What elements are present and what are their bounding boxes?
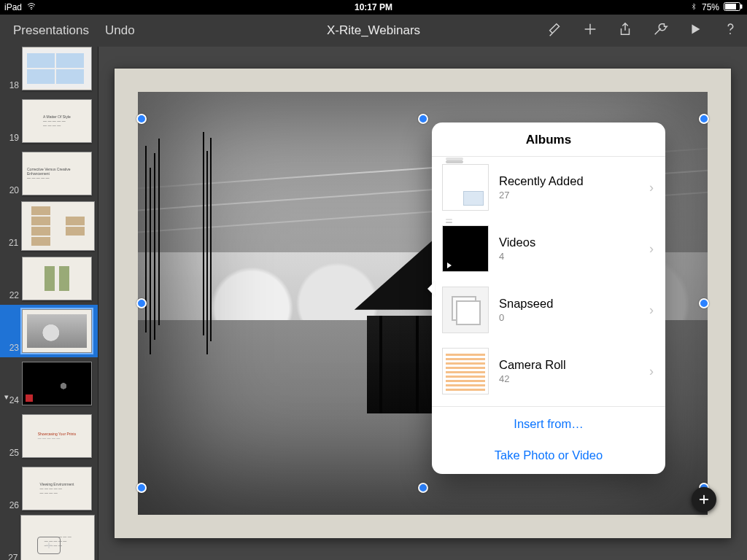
svg-rect-2 xyxy=(725,4,736,9)
chevron-right-icon: › xyxy=(649,180,655,195)
selection-handle[interactable] xyxy=(699,298,709,308)
album-snapseed[interactable]: Snapseed 0 › xyxy=(432,279,665,341)
section-collapse-caret[interactable]: ▾ xyxy=(4,392,9,402)
svg-rect-3 xyxy=(740,4,743,9)
popover-title: Albums xyxy=(432,122,665,157)
chevron-right-icon: › xyxy=(649,241,655,257)
album-name: Snapseed xyxy=(499,297,639,311)
slide-thumb-20[interactable]: 20 Corrective Versus Creative Enhancemen… xyxy=(0,147,98,200)
album-thumb-icon xyxy=(442,164,489,211)
album-count: 4 xyxy=(499,251,639,262)
battery-percent: 75% xyxy=(702,2,719,12)
slide-thumb-23[interactable]: 23 xyxy=(0,305,98,357)
album-thumb-icon xyxy=(442,287,489,333)
device-label: iPad xyxy=(4,2,22,12)
albums-popover: Albums Recently Added 27 › Videos 4 › xyxy=(432,122,665,474)
slide-thumb-24[interactable]: 24 xyxy=(0,357,98,410)
take-photo-button[interactable]: Take Photo or Video xyxy=(432,441,665,474)
insert-from-button[interactable]: Insert from… xyxy=(432,407,665,441)
clock: 10:17 PM xyxy=(355,2,392,12)
battery-icon xyxy=(724,2,743,13)
selection-handle[interactable] xyxy=(136,483,147,493)
album-thumb-icon xyxy=(442,348,489,394)
album-count: 27 xyxy=(499,190,639,201)
album-recently-added[interactable]: Recently Added 27 › xyxy=(432,157,665,218)
slide-thumb-25[interactable]: 25 Showcasing Your Prints— — — — — xyxy=(0,410,98,462)
svg-point-0 xyxy=(31,8,32,9)
album-name: Videos xyxy=(499,236,639,250)
slide-thumb-22[interactable]: 22 xyxy=(0,252,98,305)
album-count: 42 xyxy=(499,373,639,384)
slide-thumb-26[interactable]: 26 Viewing Environment— — — — —— — — — xyxy=(0,462,98,515)
image-replace-fab[interactable] xyxy=(692,487,716,512)
slide-thumb-18[interactable]: 18 xyxy=(0,47,98,95)
slide-canvas[interactable]: Albums Recently Added 27 › Videos 4 › xyxy=(98,47,747,560)
slide-thumb-21[interactable]: 21 xyxy=(0,200,98,252)
slide-thumb-19[interactable]: 19 A Matter Of Style— — — — —— — — — xyxy=(0,95,98,147)
format-brush-icon[interactable] xyxy=(547,21,563,41)
album-videos[interactable]: Videos 4 › xyxy=(432,218,665,279)
chevron-right-icon: › xyxy=(649,303,655,318)
tools-wrench-icon[interactable] xyxy=(652,21,668,41)
selection-handle[interactable] xyxy=(136,298,147,308)
album-count: 0 xyxy=(499,312,639,323)
wifi-icon xyxy=(26,2,36,13)
add-slide-button[interactable] xyxy=(37,537,61,554)
add-icon[interactable] xyxy=(582,21,598,41)
selection-handle[interactable] xyxy=(418,483,428,493)
document-title: X-Rite_Webinars xyxy=(327,23,420,38)
svg-point-4 xyxy=(729,33,731,34)
help-icon[interactable] xyxy=(722,21,738,41)
app-toolbar: Presentations Undo X-Rite_Webinars xyxy=(0,15,747,47)
bluetooth-icon xyxy=(690,1,697,14)
ios-status-bar: iPad 10:17 PM 75% xyxy=(0,0,747,15)
undo-button[interactable]: Undo xyxy=(105,23,135,38)
selection-handle[interactable] xyxy=(136,114,147,124)
album-thumb-icon xyxy=(442,225,489,272)
chevron-right-icon: › xyxy=(649,364,655,379)
selection-handle[interactable] xyxy=(699,114,709,124)
selection-handle[interactable] xyxy=(418,114,428,124)
presentations-button[interactable]: Presentations xyxy=(13,23,89,38)
album-name: Recently Added xyxy=(499,174,639,189)
album-camera-roll[interactable]: Camera Roll 42 › xyxy=(432,341,665,402)
slide-navigator[interactable]: 18 19 A Matter Of Style— — — — —— — — — … xyxy=(0,47,98,560)
play-icon[interactable] xyxy=(687,21,703,41)
share-icon[interactable] xyxy=(617,21,633,41)
album-name: Camera Roll xyxy=(499,358,639,373)
